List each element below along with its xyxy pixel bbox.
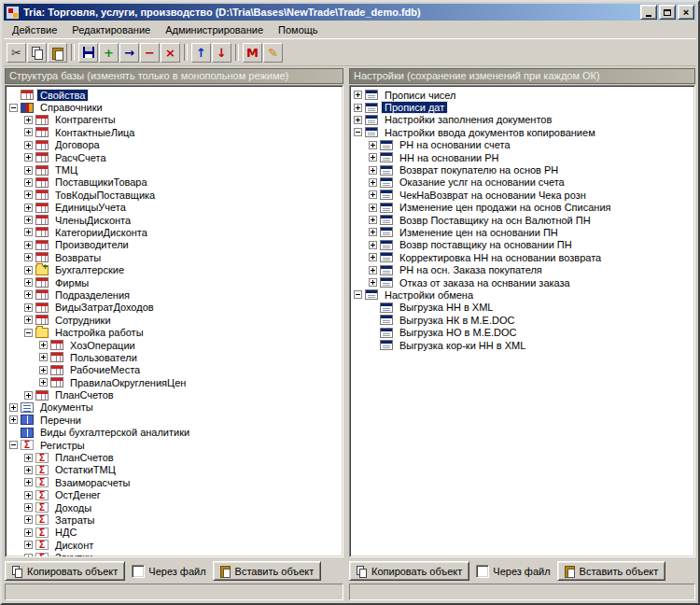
toolbar-cancel-button[interactable]: × bbox=[161, 43, 180, 63]
tree-node[interactable]: Доходы bbox=[9, 501, 341, 514]
tree-node-label[interactable]: ХозОперации bbox=[67, 340, 138, 351]
expand-icon[interactable] bbox=[39, 366, 48, 374]
tree-node-label[interactable]: ВидыЗатратДоходов bbox=[52, 302, 157, 313]
expand-icon[interactable] bbox=[354, 91, 362, 99]
expand-icon[interactable] bbox=[24, 454, 33, 462]
tree-node-label[interactable]: Перечни bbox=[37, 415, 84, 426]
tree-node[interactable]: НДС bbox=[9, 527, 341, 539]
expand-icon[interactable] bbox=[369, 216, 377, 224]
tree-node-label[interactable]: Сотрудники bbox=[52, 315, 114, 326]
toolbar-move-down-button[interactable]: ↓ bbox=[212, 43, 231, 63]
tree-node-label[interactable]: Виды бухгалтерской аналитики bbox=[37, 427, 192, 438]
tree-node[interactable]: ЕдиницыУчета bbox=[9, 202, 341, 214]
tree-node-label[interactable]: Изменение цен на основании ПН bbox=[397, 227, 561, 238]
expand-icon[interactable] bbox=[39, 378, 48, 387]
tree-node-label[interactable]: Выгрузка НН в XML bbox=[397, 302, 496, 313]
toolbar-paste-button[interactable] bbox=[48, 43, 67, 63]
tree-node-label[interactable]: ОстДенег bbox=[52, 489, 104, 500]
tree-node-label[interactable]: ТовКодыПоставщика bbox=[52, 190, 158, 201]
tree-node-label[interactable]: ПланСчетов bbox=[52, 389, 117, 401]
tree-node[interactable]: ХозОперации bbox=[9, 339, 341, 351]
expand-icon[interactable] bbox=[369, 266, 377, 274]
via-file-checkbox[interactable]: Через файл bbox=[132, 565, 205, 578]
expand-icon[interactable] bbox=[24, 290, 33, 299]
tree-node[interactable]: ПланСчетов bbox=[9, 451, 341, 463]
tree-node[interactable]: ЧленыДисконта bbox=[9, 214, 341, 226]
tree-node[interactable]: Фирмы bbox=[9, 276, 341, 288]
tree-node-label[interactable]: Производители bbox=[52, 239, 132, 250]
expand-icon[interactable] bbox=[24, 116, 33, 124]
expand-icon[interactable] bbox=[369, 178, 377, 187]
tree-node-label[interactable]: Взаиморасчеты bbox=[52, 477, 133, 488]
toolbar-wizard-button[interactable]: ✎ bbox=[263, 43, 283, 63]
expand-icon[interactable] bbox=[24, 266, 33, 274]
paste-object-button[interactable]: Вставить объект bbox=[213, 561, 322, 581]
expand-icon[interactable] bbox=[24, 491, 33, 499]
checkbox-box[interactable] bbox=[476, 565, 489, 578]
tree-node-label[interactable]: НДС bbox=[52, 527, 79, 538]
expand-icon[interactable] bbox=[24, 204, 33, 212]
tree-node-label[interactable]: Выгрузка НК в M.E.DOC bbox=[397, 315, 517, 326]
tree-node[interactable]: Настройки заполнения документов bbox=[354, 114, 693, 126]
tree-node[interactable]: Документы bbox=[9, 401, 341, 414]
toolbar-delete-button[interactable]: − bbox=[140, 43, 160, 63]
toolbar-move-up-button[interactable]: ↑ bbox=[191, 43, 211, 63]
tree-node[interactable]: ПравилаОкругленияЦен bbox=[9, 376, 341, 388]
expand-icon[interactable] bbox=[24, 466, 33, 474]
tree-node-label[interactable]: Дисконт bbox=[52, 540, 96, 551]
tree-node[interactable]: Дисконт bbox=[9, 539, 341, 551]
expand-icon[interactable] bbox=[369, 278, 377, 287]
tree-node-label[interactable]: ТМЦ bbox=[52, 164, 80, 176]
tree-node[interactable]: Закупки bbox=[9, 551, 341, 557]
settings-tree[interactable]: Прописи чиселПрописи датНастройки заполн… bbox=[349, 85, 695, 557]
tree-node[interactable]: ПоставщикиТовара bbox=[9, 176, 341, 189]
toolbar-add-button[interactable]: + bbox=[99, 43, 119, 63]
tree-node[interactable]: Возврат покупателю на основ РН bbox=[354, 163, 693, 176]
tree-node-label[interactable]: Возвр поставщику на основании ПН bbox=[397, 239, 575, 250]
minimize-button[interactable] bbox=[640, 5, 657, 20]
expand-icon[interactable] bbox=[24, 503, 33, 512]
tree-node-label[interactable]: Настройки обмена bbox=[382, 289, 476, 301]
tree-node-label[interactable]: Закупки bbox=[52, 552, 95, 557]
tree-node[interactable]: РН на основании счета bbox=[354, 139, 693, 151]
tree-node-label[interactable]: Возврат покупателю на основ РН bbox=[397, 164, 561, 176]
tree-node-label[interactable]: Справочники bbox=[37, 102, 105, 113]
tree-node[interactable]: Пользователи bbox=[9, 351, 341, 363]
paste-object-button[interactable]: Вставить объект bbox=[557, 561, 666, 581]
expand-icon[interactable] bbox=[24, 303, 33, 312]
tree-node[interactable]: НН на основании РН bbox=[354, 151, 693, 163]
tree-node[interactable]: Изменение цен на основании ПН bbox=[354, 226, 693, 238]
tree-node-label[interactable]: Изменение цен продажи на основ Списания bbox=[397, 202, 613, 213]
tree-node-label[interactable]: Оказание услг на основании счета bbox=[397, 176, 567, 188]
titlebar[interactable]: Tria: Торговля, услуги, производство (D:… bbox=[4, 4, 696, 21]
expand-icon[interactable] bbox=[24, 541, 33, 549]
tree-node-label[interactable]: РасчСчета bbox=[52, 152, 109, 163]
tree-node[interactable]: ТМЦ bbox=[9, 163, 341, 176]
collapse-icon[interactable] bbox=[24, 329, 33, 337]
expand-icon[interactable] bbox=[39, 341, 48, 349]
tree-node[interactable]: Взаиморасчеты bbox=[9, 476, 341, 488]
copy-object-button[interactable]: Копировать объект bbox=[5, 561, 125, 581]
tree-node-label[interactable]: Возвр Поставщику на осн Валютной ПН bbox=[397, 215, 594, 226]
tree-node[interactable]: Возвр поставщику на основании ПН bbox=[354, 239, 693, 251]
checkbox-box[interactable] bbox=[132, 565, 145, 578]
copy-object-button[interactable]: Копировать объект bbox=[349, 561, 469, 581]
toolbar-memo-button[interactable]: M bbox=[243, 43, 262, 63]
expand-icon[interactable] bbox=[369, 190, 377, 199]
expand-icon[interactable] bbox=[24, 391, 33, 400]
tree-node-label[interactable]: Настройки ввода документов копированием bbox=[382, 127, 598, 138]
expand-icon[interactable] bbox=[39, 353, 48, 361]
tree-node[interactable]: Контрагенты bbox=[9, 114, 341, 126]
tree-node[interactable]: Оказание услг на основании счета bbox=[354, 176, 693, 189]
maximize-button[interactable] bbox=[659, 5, 676, 20]
structure-tree[interactable]: СвойстваСправочникиКонтрагентыКонтактные… bbox=[5, 85, 343, 557]
expand-icon[interactable] bbox=[24, 128, 33, 136]
tree-node-label[interactable]: ПланСчетов bbox=[52, 452, 117, 463]
menu-item-0[interactable]: Действие bbox=[5, 22, 64, 37]
expand-icon[interactable] bbox=[369, 153, 377, 162]
tree-node-label[interactable]: Договора bbox=[52, 139, 103, 150]
tree-node-label[interactable]: Фирмы bbox=[52, 277, 91, 288]
expand-icon[interactable] bbox=[24, 253, 33, 261]
tree-node[interactable]: Свойства bbox=[9, 89, 341, 101]
tree-node-label[interactable]: РабочиеМеста bbox=[67, 364, 143, 375]
